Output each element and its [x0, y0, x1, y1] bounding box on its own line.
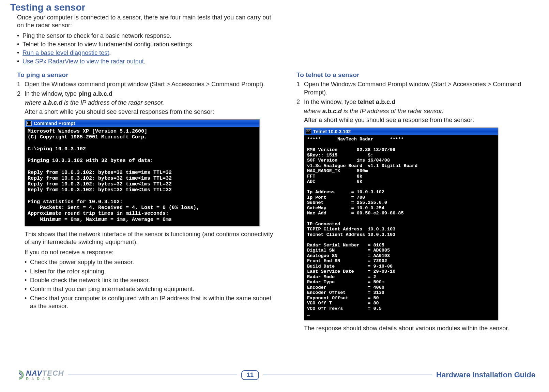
- ping-confirm-text: This shows that the network interface of…: [17, 230, 279, 246]
- page-number: 11: [241, 370, 259, 380]
- troubleshoot-item: Double check the network link to the sen…: [25, 276, 279, 284]
- logo-wordmark: NAVTECH: [26, 370, 64, 377]
- cmd-icon: [26, 121, 32, 126]
- ping-terminal-window: Command Prompt Microsoft Windows XP [Ver…: [25, 119, 260, 226]
- ping-step-2: 2 In the window, type ping a.b.c.d where…: [17, 90, 279, 116]
- ping-heading: To ping a sensor: [17, 71, 279, 79]
- telnet-after-text: The response should show details about v…: [296, 325, 535, 332]
- test-list: Ping the sensor to check for a basic net…: [10, 32, 276, 65]
- intro-text: Once your computer is connected to a sen…: [10, 14, 276, 30]
- page-footer: NAVTECH RADAR 11 Hardware Installation G…: [0, 365, 549, 385]
- troubleshoot-list: Check the power supply to the sensor. Li…: [17, 258, 279, 310]
- footer-divider-left: [68, 375, 237, 375]
- ping-step-1: 1 Open the Windows command prompt window…: [17, 80, 279, 88]
- troubleshoot-item: Check that your computer is configured w…: [25, 295, 279, 311]
- radar-swirl-icon: [14, 370, 25, 380]
- radarview-link[interactable]: Use SPx RadarView to view the radar outp…: [22, 58, 144, 65]
- troubleshoot-item: Check the power supply to the sensor.: [25, 258, 279, 266]
- ping-window-title: Command Prompt: [34, 121, 75, 126]
- navtech-logo: NAVTECH RADAR: [14, 366, 64, 383]
- ping-steps: 1 Open the Windows command prompt window…: [17, 80, 279, 116]
- cmd-icon: [306, 129, 311, 134]
- telnet-step-2: 2 In the window, type telnet a.b.c.d whe…: [296, 98, 535, 124]
- telnet-terminal-output: ***** NavTech Radar ***** RMB Version 02…: [304, 135, 498, 320]
- troubleshoot-item: Confirm that you can ping intermediate s…: [25, 285, 279, 293]
- bullet-diagnostic: Run a base level diagnostic test.: [17, 49, 276, 57]
- ping-terminal-output: Microsoft Windows XP [Version 5.1.2600] …: [25, 127, 259, 226]
- bullet-ping: Ping the sensor to check for a basic net…: [17, 32, 276, 40]
- telnet-titlebar: Telnet 10.0.3.102: [304, 128, 498, 135]
- troubleshoot-item: Listen for the rotor spinning.: [25, 268, 279, 275]
- diagnostic-link[interactable]: Run a base level diagnostic test: [22, 49, 109, 56]
- telnet-window-title: Telnet 10.0.3.102: [313, 129, 351, 134]
- telnet-step-1: 1 Open the Windows Command Prompt window…: [296, 80, 535, 97]
- footer-divider-right: [263, 375, 432, 375]
- telnet-heading: To telnet to a sensor: [296, 71, 535, 79]
- ping-noresponse-text: If you do not receive a response:: [17, 248, 279, 256]
- bullet-radarview: Use SPx RadarView to view the radar outp…: [17, 58, 276, 65]
- page-heading: Testing a sensor: [10, 2, 535, 13]
- telnet-terminal-window: Telnet 10.0.3.102 ***** NavTech Radar **…: [304, 127, 498, 320]
- bullet-telnet: Telnet to the sensor to view fundamental…: [17, 41, 276, 48]
- telnet-steps: 1 Open the Windows Command Prompt window…: [296, 80, 535, 124]
- footer-title: Hardware Installation Guide: [436, 371, 535, 379]
- ping-titlebar: Command Prompt: [25, 120, 259, 127]
- logo-subtext: RADAR: [26, 377, 64, 381]
